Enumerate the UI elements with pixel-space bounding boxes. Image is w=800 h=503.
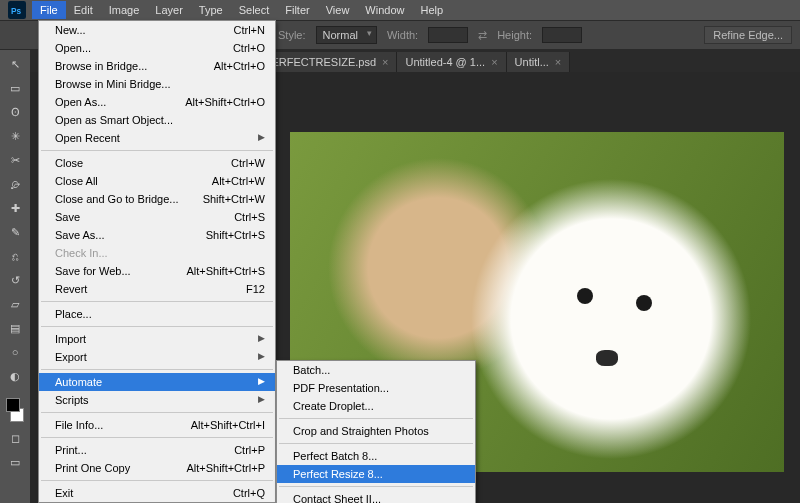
menu-window[interactable]: Window: [357, 1, 412, 19]
width-field[interactable]: [428, 27, 468, 43]
quickmask-tool[interactable]: ◻: [4, 428, 26, 448]
crop-tool[interactable]: ✂: [4, 150, 26, 170]
color-swatch[interactable]: [4, 396, 26, 424]
gradient-tool[interactable]: ▤: [4, 318, 26, 338]
document-tab[interactable]: PERFECTRESIZE.psd×: [256, 52, 397, 72]
menu-separator: [41, 326, 273, 327]
close-icon[interactable]: ×: [555, 56, 561, 68]
file-menu-item[interactable]: Import▶: [39, 330, 275, 348]
automate-menu-item[interactable]: Create Droplet...: [277, 397, 475, 415]
file-menu-item[interactable]: Close AllAlt+Ctrl+W: [39, 172, 275, 190]
file-menu-item[interactable]: Print...Ctrl+P: [39, 441, 275, 459]
eyedrop-tool[interactable]: ⌮: [4, 174, 26, 194]
menu-item-label: Perfect Resize 8...: [293, 468, 383, 480]
eraser-tool[interactable]: ▱: [4, 294, 26, 314]
menu-item-label: Browse in Bridge...: [55, 60, 147, 72]
file-menu-item[interactable]: Place...: [39, 305, 275, 323]
automate-menu-item[interactable]: Batch...: [277, 361, 475, 379]
menu-shortcut: Ctrl+S: [234, 211, 265, 223]
file-menu-item[interactable]: Save As...Shift+Ctrl+S: [39, 226, 275, 244]
marquee-tool[interactable]: ▭: [4, 78, 26, 98]
menu-item-label: Contact Sheet II...: [293, 493, 381, 503]
document-tab[interactable]: Untitled-4 @ 1...×: [397, 52, 506, 72]
screenmode-tool[interactable]: ▭: [4, 452, 26, 472]
menu-item-label: File Info...: [55, 419, 103, 431]
menu-separator: [279, 486, 473, 487]
menu-item-label: PDF Presentation...: [293, 382, 389, 394]
height-label: Height:: [497, 29, 532, 41]
file-menu-item[interactable]: RevertF12: [39, 280, 275, 298]
file-menu-item[interactable]: Open As...Alt+Shift+Ctrl+O: [39, 93, 275, 111]
menubar: Ps FileEditImageLayerTypeSelectFilterVie…: [0, 0, 800, 20]
automate-menu-item[interactable]: Crop and Straighten Photos: [277, 422, 475, 440]
menu-edit[interactable]: Edit: [66, 1, 101, 19]
file-menu-item[interactable]: Scripts▶: [39, 391, 275, 409]
menu-shortcut: Alt+Ctrl+W: [212, 175, 265, 187]
move-tool[interactable]: ↖: [4, 54, 26, 74]
file-menu-item[interactable]: CloseCtrl+W: [39, 154, 275, 172]
file-menu-item[interactable]: New...Ctrl+N: [39, 21, 275, 39]
menu-item-label: Crop and Straighten Photos: [293, 425, 429, 437]
menu-item-label: Close and Go to Bridge...: [55, 193, 179, 205]
blur-tool[interactable]: ○: [4, 342, 26, 362]
stamp-tool[interactable]: ⎌: [4, 246, 26, 266]
menu-image[interactable]: Image: [101, 1, 148, 19]
submenu-arrow-icon: ▶: [258, 333, 265, 345]
file-menu-item[interactable]: Browse in Bridge...Alt+Ctrl+O: [39, 57, 275, 75]
brush-tool[interactable]: ✎: [4, 222, 26, 242]
menu-item-label: New...: [55, 24, 86, 36]
menu-select[interactable]: Select: [231, 1, 278, 19]
dodge-tool[interactable]: ◐: [4, 366, 26, 386]
menu-filter[interactable]: Filter: [277, 1, 317, 19]
file-menu-item: Check In...: [39, 244, 275, 262]
close-icon[interactable]: ×: [382, 56, 388, 68]
menu-shortcut: Ctrl+O: [233, 42, 265, 54]
menu-item-label: Browse in Mini Bridge...: [55, 78, 171, 90]
automate-menu-item[interactable]: Perfect Batch 8...: [277, 447, 475, 465]
file-menu-item[interactable]: Browse in Mini Bridge...: [39, 75, 275, 93]
tab-label: Untitl...: [515, 56, 549, 68]
automate-menu-item[interactable]: PDF Presentation...: [277, 379, 475, 397]
height-field[interactable]: [542, 27, 582, 43]
wand-tool[interactable]: ✳: [4, 126, 26, 146]
file-menu-item[interactable]: Open Recent▶: [39, 129, 275, 147]
file-menu-item[interactable]: Close and Go to Bridge...Shift+Ctrl+W: [39, 190, 275, 208]
menu-type[interactable]: Type: [191, 1, 231, 19]
heal-tool[interactable]: ✚: [4, 198, 26, 218]
menu-separator: [41, 437, 273, 438]
submenu-arrow-icon: ▶: [258, 394, 265, 406]
file-menu-item[interactable]: Open...Ctrl+O: [39, 39, 275, 57]
file-menu-item[interactable]: Export▶: [39, 348, 275, 366]
menu-shortcut: Shift+Ctrl+W: [203, 193, 265, 205]
menu-item-label: Close: [55, 157, 83, 169]
menu-view[interactable]: View: [318, 1, 358, 19]
file-menu-item[interactable]: ExitCtrl+Q: [39, 484, 275, 502]
menu-item-label: Print...: [55, 444, 87, 456]
menu-shortcut: F12: [246, 283, 265, 295]
swap-icon[interactable]: ⇄: [478, 29, 487, 42]
automate-menu-item[interactable]: Contact Sheet II...: [277, 490, 475, 503]
tools-panel: ↖▭ʘ✳✂⌮✚✎⎌↺▱▤○◐◻▭: [0, 50, 30, 503]
menu-layer[interactable]: Layer: [147, 1, 191, 19]
file-menu-item[interactable]: File Info...Alt+Shift+Ctrl+I: [39, 416, 275, 434]
tab-label: PERFECTRESIZE.psd: [264, 56, 376, 68]
menu-shortcut: Shift+Ctrl+S: [206, 229, 265, 241]
file-menu-item[interactable]: Open as Smart Object...: [39, 111, 275, 129]
file-menu-item[interactable]: Print One CopyAlt+Shift+Ctrl+P: [39, 459, 275, 477]
submenu-arrow-icon: ▶: [258, 351, 265, 363]
automate-menu-item[interactable]: Perfect Resize 8...: [277, 465, 475, 483]
refine-edge-button[interactable]: Refine Edge...: [704, 26, 792, 44]
document-tab[interactable]: Untitl...×: [507, 52, 571, 72]
lasso-tool[interactable]: ʘ: [4, 102, 26, 122]
menu-shortcut: Ctrl+P: [234, 444, 265, 456]
tab-label: Untitled-4 @ 1...: [405, 56, 485, 68]
style-select[interactable]: Normal: [316, 26, 377, 44]
file-menu-item[interactable]: SaveCtrl+S: [39, 208, 275, 226]
menu-separator: [41, 480, 273, 481]
menu-help[interactable]: Help: [412, 1, 451, 19]
file-menu-item[interactable]: Save for Web...Alt+Shift+Ctrl+S: [39, 262, 275, 280]
file-menu-item[interactable]: Automate▶: [39, 373, 275, 391]
close-icon[interactable]: ×: [491, 56, 497, 68]
menu-file[interactable]: File: [32, 1, 66, 19]
history-tool[interactable]: ↺: [4, 270, 26, 290]
